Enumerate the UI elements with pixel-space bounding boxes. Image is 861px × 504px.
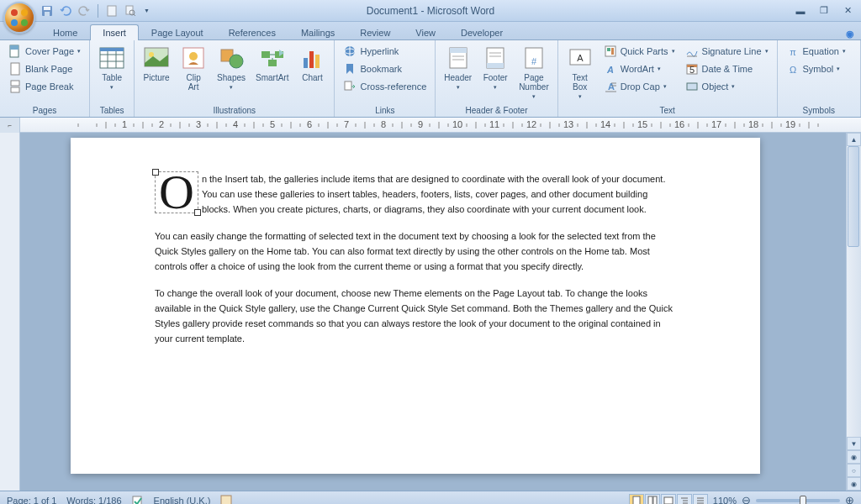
status-language[interactable]: English (U.K.) bbox=[154, 496, 211, 505]
view-full-screen-icon[interactable] bbox=[645, 494, 660, 505]
tab-insert[interactable]: Insert bbox=[90, 24, 139, 40]
svg-rect-33 bbox=[315, 55, 320, 68]
svg-rect-6 bbox=[45, 12, 50, 16]
page-break-button[interactable]: Page Break bbox=[5, 78, 84, 95]
svg-text:17: 17 bbox=[711, 119, 721, 129]
svg-point-0 bbox=[11, 9, 18, 16]
document-viewport[interactable]: O n the Insert tab, the galleries includ… bbox=[20, 133, 846, 491]
scroll-up-icon[interactable]: ▲ bbox=[847, 133, 861, 146]
cross-reference-button[interactable]: Cross-reference bbox=[340, 78, 430, 95]
svg-rect-153 bbox=[648, 496, 652, 505]
paragraph-1[interactable]: O n the Insert tab, the galleries includ… bbox=[155, 171, 676, 217]
undo-icon[interactable] bbox=[59, 4, 72, 18]
close-button[interactable]: ✕ bbox=[837, 4, 858, 18]
picture-button[interactable]: Picture bbox=[140, 43, 173, 84]
svg-text:5: 5 bbox=[689, 65, 695, 75]
status-words[interactable]: Words: 1/186 bbox=[66, 496, 121, 505]
cross-ref-icon bbox=[343, 80, 357, 93]
table-button[interactable]: Table▾ bbox=[95, 43, 129, 92]
svg-point-1 bbox=[21, 9, 28, 16]
document-page[interactable]: O n the Insert tab, the galleries includ… bbox=[71, 138, 760, 474]
wordart-button[interactable]: AWordArt▾ bbox=[600, 60, 679, 77]
svg-text:2: 2 bbox=[159, 119, 164, 129]
ruler-corner[interactable]: ⌐ bbox=[0, 118, 20, 133]
svg-rect-151 bbox=[221, 496, 231, 505]
bookmark-button[interactable]: Bookmark bbox=[340, 60, 430, 77]
tab-review[interactable]: Review bbox=[347, 24, 403, 40]
footer-button[interactable]: Footer▾ bbox=[478, 43, 512, 92]
date-time-button[interactable]: 5Date & Time bbox=[682, 60, 772, 77]
tab-view[interactable]: View bbox=[403, 24, 448, 40]
zoom-thumb[interactable] bbox=[800, 496, 806, 505]
header-button[interactable]: Header▾ bbox=[441, 43, 475, 92]
minimize-button[interactable]: ▬ bbox=[790, 4, 811, 18]
smartart-button[interactable]: SmartArt bbox=[252, 43, 292, 84]
equation-button[interactable]: πEquation▾ bbox=[783, 43, 849, 60]
vertical-ruler[interactable] bbox=[0, 133, 20, 491]
tab-references[interactable]: References bbox=[216, 24, 288, 40]
signature-line-button[interactable]: Signature Line▾ bbox=[682, 43, 772, 60]
svg-text:5: 5 bbox=[270, 119, 275, 129]
svg-text:π: π bbox=[790, 47, 796, 57]
restore-button[interactable]: ❐ bbox=[814, 4, 834, 18]
text-box-button[interactable]: AText Box▾ bbox=[563, 43, 597, 102]
tab-home[interactable]: Home bbox=[40, 24, 90, 40]
status-proofing[interactable] bbox=[132, 495, 144, 505]
paragraph-2[interactable]: You can easily change the formatting of … bbox=[155, 228, 676, 274]
status-macro-icon[interactable] bbox=[220, 495, 232, 505]
drop-cap-button[interactable]: ADrop Cap▾ bbox=[600, 78, 679, 95]
chart-button[interactable]: Chart bbox=[295, 43, 329, 84]
vertical-scrollbar[interactable]: ▲ ▼ ◉ ○ ◉ bbox=[846, 133, 861, 491]
status-page[interactable]: Page: 1 of 1 bbox=[7, 496, 56, 505]
bookmark-icon bbox=[343, 62, 357, 76]
scroll-down-icon[interactable]: ▼ bbox=[847, 437, 861, 450]
print-preview-icon[interactable] bbox=[124, 4, 137, 18]
svg-text:9: 9 bbox=[418, 119, 423, 129]
blank-page-button[interactable]: Blank Page bbox=[5, 60, 84, 77]
page-number-button[interactable]: #Page Number▾ bbox=[515, 43, 552, 102]
zoom-in-icon[interactable]: ⊕ bbox=[845, 494, 854, 504]
svg-text:11: 11 bbox=[489, 119, 499, 129]
paragraph-3[interactable]: To change the overall look of your docum… bbox=[155, 286, 676, 346]
qat-dropdown-icon[interactable]: ▼ bbox=[144, 8, 150, 13]
new-doc-icon[interactable] bbox=[105, 4, 119, 18]
drop-cap-letter[interactable]: O bbox=[155, 171, 198, 213]
shapes-button[interactable]: Shapes▾ bbox=[214, 43, 249, 92]
view-outline-icon[interactable] bbox=[677, 494, 692, 505]
clip-art-button[interactable]: Clip Art bbox=[177, 43, 210, 93]
view-print-layout-icon[interactable] bbox=[629, 494, 644, 505]
hyperlink-button[interactable]: Hyperlink bbox=[340, 43, 430, 60]
zoom-out-icon[interactable]: ⊖ bbox=[742, 494, 751, 504]
chart-icon bbox=[298, 45, 325, 71]
zoom-level[interactable]: 110% bbox=[713, 496, 737, 505]
horizontal-ruler[interactable]: 12345678910111213141516171819 bbox=[20, 118, 861, 132]
save-icon[interactable] bbox=[40, 4, 54, 18]
redo-icon[interactable] bbox=[77, 4, 91, 18]
svg-text:12: 12 bbox=[526, 119, 536, 129]
tab-mailings[interactable]: Mailings bbox=[288, 24, 347, 40]
group-text-label: Text bbox=[563, 105, 772, 116]
smartart-icon bbox=[259, 45, 286, 71]
svg-rect-30 bbox=[268, 60, 277, 66]
quick-parts-button[interactable]: Quick Parts▾ bbox=[600, 43, 679, 60]
view-web-layout-icon[interactable] bbox=[661, 494, 676, 505]
symbol-button[interactable]: ΩSymbol▾ bbox=[783, 60, 849, 77]
cover-page-button[interactable]: Cover Page▾ bbox=[5, 43, 84, 60]
svg-text:16: 16 bbox=[674, 119, 684, 129]
svg-rect-152 bbox=[633, 496, 640, 505]
scroll-thumb[interactable] bbox=[848, 146, 859, 247]
svg-rect-15 bbox=[11, 87, 19, 92]
svg-point-27 bbox=[230, 55, 243, 68]
view-draft-icon[interactable] bbox=[693, 494, 708, 505]
tab-developer[interactable]: Developer bbox=[448, 24, 515, 40]
tab-page-layout[interactable]: Page Layout bbox=[139, 24, 216, 40]
office-button[interactable] bbox=[3, 2, 35, 34]
object-button[interactable]: Object▾ bbox=[682, 78, 772, 95]
browse-object-icon[interactable]: ○ bbox=[847, 464, 861, 477]
prev-page-icon[interactable]: ◉ bbox=[847, 450, 861, 464]
help-icon[interactable]: ◉ bbox=[846, 29, 854, 39]
zoom-slider[interactable] bbox=[756, 499, 840, 502]
svg-rect-32 bbox=[309, 51, 314, 68]
svg-text:13: 13 bbox=[563, 119, 573, 129]
next-page-icon[interactable]: ◉ bbox=[847, 477, 861, 491]
